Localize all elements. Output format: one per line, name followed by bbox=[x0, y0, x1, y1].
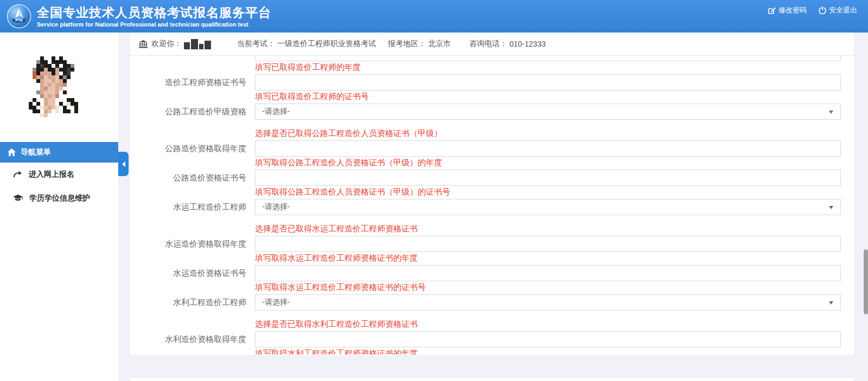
page-subtitle: Service platform for National Profession… bbox=[37, 21, 271, 28]
next-panel-edge bbox=[130, 378, 854, 381]
form-row: 水运工程造价工程师 -请选择- 选择是否已取得水运工程造价工程师资格证书 bbox=[130, 199, 854, 233]
field-label: 水运工程造价工程师 bbox=[130, 199, 255, 215]
field-helper-text: 填写取得公路工程造价人员资格证书（甲级）的年度 bbox=[255, 158, 841, 167]
form-row: 公路造价资格证书号 填写取得公路工程造价人员资格证书（甲级）的证书号 bbox=[130, 170, 854, 196]
nav-menu-header[interactable]: 导航菜单 bbox=[0, 142, 118, 163]
cost-engineer-year-input[interactable] bbox=[255, 56, 841, 61]
phone-label: 咨询电话： bbox=[469, 39, 507, 49]
form-row: 水运造价资格证书号 填写取得水运工程造价工程师资格证书的证书号 bbox=[130, 265, 854, 292]
field-helper-text: 选择是否已取得公路工程造价人员资格证书（甲级） bbox=[255, 129, 841, 138]
sidebar-item-online-registration[interactable]: 进入网上报名 bbox=[0, 163, 118, 186]
form-row: 公路造价资格取得年度 填写取得公路工程造价人员资格证书（甲级）的年度 bbox=[130, 140, 854, 167]
field-label: 公路造价资格取得年度 bbox=[130, 140, 255, 157]
field-label bbox=[130, 56, 255, 61]
power-icon bbox=[819, 7, 826, 14]
cost-engineer-cert-no-input[interactable] bbox=[255, 74, 841, 91]
registration-form: 填写已取得造价工程师的年度 造价工程师资格证书号 填写已取得造价工程师的证书号 … bbox=[130, 56, 854, 354]
highway-year-input[interactable] bbox=[255, 140, 841, 157]
change-password-link[interactable]: 修改密码 bbox=[768, 5, 807, 15]
chevron-down-icon bbox=[829, 111, 833, 114]
field-helper-text: 选择是否已取得水利工程造价工程师资格证书 bbox=[255, 320, 841, 328]
waterway-year-input[interactable] bbox=[255, 236, 841, 252]
field-label: 造价工程师资格证书号 bbox=[130, 74, 255, 91]
welcome-bar: 欢迎你： 当前考试： 一级造价工程师职业资格考试 报考地区： 北京市 咨询电话：… bbox=[130, 33, 854, 56]
form-row: 填写已取得造价工程师的年度 bbox=[130, 56, 854, 72]
registration-form-viewport: 填写已取得造价工程师的年度 造价工程师资格证书号 填写已取得造价工程师的证书号 … bbox=[130, 56, 854, 354]
chevron-down-icon bbox=[829, 206, 833, 209]
field-helper-text: 填写取得水利工程造价工程师资格证书的年度 bbox=[255, 349, 841, 354]
field-helper-text: 选择是否已取得水运工程造价工程师资格证书 bbox=[255, 224, 841, 233]
sidebar-collapse-tab[interactable] bbox=[118, 152, 129, 176]
current-exam-label: 当前考试： bbox=[237, 39, 275, 49]
platform-logo-icon: PTA bbox=[7, 4, 31, 29]
waterway-cert-no-input[interactable] bbox=[255, 265, 841, 281]
field-label: 水利工程造价工程师 bbox=[130, 294, 255, 311]
field-label: 公路工程造价甲级资格 bbox=[130, 104, 255, 120]
edit-icon bbox=[768, 7, 776, 14]
field-helper-text: 填写取得水运工程造价工程师资格证书的年度 bbox=[255, 254, 841, 262]
field-helper-text: 填写取得水运工程造价工程师资格证书的证书号 bbox=[255, 283, 841, 292]
page-title: 全国专业技术人员资格考试报名服务平台 bbox=[37, 5, 271, 20]
phone-value: 010-12333 bbox=[509, 40, 546, 48]
form-row: 水利工程造价工程师 -请选择- 选择是否已取得水利工程造价工程师资格证书 bbox=[130, 294, 854, 328]
region-label: 报考地区： bbox=[388, 39, 426, 49]
redacted-username bbox=[184, 39, 211, 49]
field-label: 水运造价资格取得年度 bbox=[130, 236, 255, 252]
highway-cert-no-input[interactable] bbox=[255, 170, 841, 186]
waterway-engineer-select[interactable]: -请选择- bbox=[255, 199, 841, 215]
sidebar-item-education-degree-maintenance[interactable]: 学历学位信息维护 bbox=[0, 186, 118, 210]
current-exam-value: 一级造价工程师职业资格考试 bbox=[277, 39, 376, 49]
redo-arrow-icon bbox=[13, 171, 22, 178]
field-label: 水利造价资格取得年度 bbox=[130, 331, 255, 347]
field-helper-text: 填写已取得造价工程师的证书号 bbox=[255, 92, 841, 101]
chevron-left-icon bbox=[122, 162, 125, 167]
highway-grade-a-qualification-select[interactable]: -请选择- bbox=[255, 104, 841, 120]
form-row: 公路工程造价甲级资格 -请选择- 选择是否已取得公路工程造价人员资格证书（甲级） bbox=[130, 104, 854, 138]
vertical-scrollbar-thumb[interactable] bbox=[864, 249, 868, 314]
greeting-label: 欢迎你： bbox=[151, 39, 182, 49]
water-conservancy-engineer-select[interactable]: -请选择- bbox=[255, 294, 841, 311]
field-label: 水运造价资格证书号 bbox=[130, 265, 255, 281]
field-helper-text: 填写取得公路工程造价人员资格证书（甲级）的证书号 bbox=[255, 188, 841, 196]
form-row: 水运造价资格取得年度 填写取得水运工程造价工程师资格证书的年度 bbox=[130, 236, 854, 262]
field-label: 公路造价资格证书号 bbox=[130, 170, 255, 186]
home-icon bbox=[8, 148, 16, 156]
water-conservancy-year-input[interactable] bbox=[255, 331, 841, 347]
logout-link[interactable]: 安全退出 bbox=[819, 5, 857, 15]
sidebar: 导航菜单 进入网上报名学历学位信息维护 bbox=[0, 33, 118, 381]
region-value: 北京市 bbox=[428, 39, 451, 49]
app-header: PTA 全国专业技术人员资格考试报名服务平台 Service platform … bbox=[0, 0, 868, 33]
form-row: 造价工程师资格证书号 填写已取得造价工程师的证书号 bbox=[130, 74, 854, 101]
graduation-cap-icon bbox=[13, 195, 23, 202]
bank-icon bbox=[139, 40, 148, 48]
svg-text:PTA: PTA bbox=[15, 18, 22, 22]
field-helper-text: 填写已取得造价工程师的年度 bbox=[255, 63, 841, 72]
chevron-down-icon bbox=[829, 301, 833, 305]
user-photo bbox=[29, 49, 90, 125]
main-content-panel: 欢迎你： 当前考试： 一级造价工程师职业资格考试 报考地区： 北京市 咨询电话：… bbox=[130, 33, 854, 355]
form-row: 水利造价资格取得年度 填写取得水利工程造价工程师资格证书的年度 bbox=[130, 331, 854, 354]
